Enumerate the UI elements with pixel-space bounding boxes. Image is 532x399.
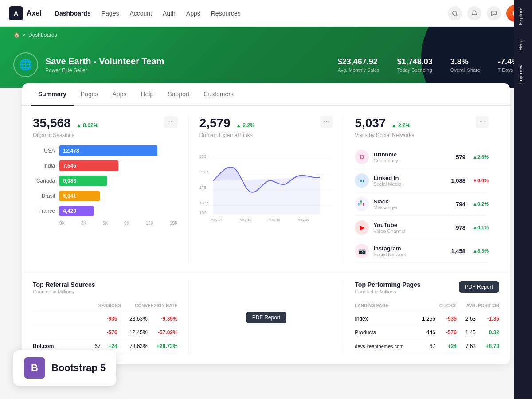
tab-pages[interactable]: Pages xyxy=(74,83,106,106)
main-card: Summary Pages Apps Help Support Customer… xyxy=(22,83,510,364)
domain-links-number: 2,579 xyxy=(200,116,231,130)
explore-side-btn[interactable]: Explore xyxy=(514,0,532,32)
table-row: Products 446 -576 1.45 0.32 xyxy=(355,326,499,340)
hero-stats: $23,467.92 Avg. Monthly Sales $1,748.03 … xyxy=(338,57,519,73)
social-slack: Slack Messanger 794 ▲0.2% xyxy=(355,192,489,216)
nav-auth[interactable]: Auth xyxy=(163,10,176,17)
side-panel-right: Explore Help Buy now xyxy=(514,0,532,373)
social-networks-more[interactable]: ··· xyxy=(476,116,489,128)
notification-btn[interactable] xyxy=(467,6,481,20)
bar-row-canada: Canada 6,083 xyxy=(33,176,178,186)
bootstrap-icon: B xyxy=(24,357,45,373)
nav-apps[interactable]: Apps xyxy=(186,10,200,17)
pdf-report-pages-btn[interactable]: PDF Report xyxy=(459,281,499,293)
brand-name: Axel xyxy=(27,9,42,17)
breadcrumb-current: Dashboards xyxy=(28,32,57,38)
domain-links-more[interactable]: ··· xyxy=(320,116,333,128)
hero-stat-0: $23,467.92 Avg. Monthly Sales xyxy=(338,57,379,73)
tab-summary[interactable]: Summary xyxy=(31,83,74,106)
bar-row-usa: USA 12,478 xyxy=(33,145,178,156)
svg-text:May 04: May 04 xyxy=(211,218,223,222)
table-row: Index 1,256 -935 2.63 -1.35 xyxy=(355,312,499,326)
bar-row-india: India 7,546 xyxy=(33,160,178,171)
search-btn[interactable] xyxy=(448,6,462,20)
hero-info: Save Earth - Volunteer Team Power Elite … xyxy=(45,56,164,74)
bar-row-france: France 4,420 xyxy=(33,206,178,216)
pdf-report-btn[interactable]: PDF Report xyxy=(246,312,286,323)
hero-title: Save Earth - Volunteer Team xyxy=(45,56,164,66)
buynow-side-btn[interactable]: Buy now xyxy=(514,57,532,92)
svg-rect-17 xyxy=(363,203,364,206)
hero-stat-2: 3.8% Overall Share xyxy=(450,57,480,73)
hero-banner: 🏠 > Dashboards 🌐 Save Earth - Volunteer … xyxy=(0,27,532,88)
social-networks-desc: Visits by Social Networks xyxy=(355,132,489,138)
hero-stat-1: $1,748.03 Today Spending xyxy=(397,57,433,73)
pages-section: Top Performing Pages Counted in Millions… xyxy=(344,281,499,353)
social-networks-badge: ▲ 2.2% xyxy=(391,122,411,129)
pdf-section-middle: PDF Report xyxy=(188,281,344,353)
brand[interactable]: A Axel xyxy=(9,6,42,20)
tabs: Summary Pages Apps Help Support Customer… xyxy=(22,83,510,106)
social-dribbble: D Dribbble Community 579 ▲2.6% xyxy=(355,145,489,169)
nav-resources[interactable]: Resources xyxy=(211,10,241,17)
svg-text:May 18: May 18 xyxy=(269,218,281,222)
svg-text:May 26: May 26 xyxy=(297,218,309,222)
social-youtube: ▶ YouTube Video Channel 978 ▲4.1% xyxy=(355,216,489,239)
stats-row: 35,568 ▲ 8.02% ··· Organic Sessions USA … xyxy=(22,106,510,263)
bar-axis: 0K 3K 6K 9K 12K 15K xyxy=(33,221,178,226)
domain-links-desc: Domain External Links xyxy=(200,132,333,138)
breadcrumb-sep: > xyxy=(23,32,26,38)
navbar-right: U xyxy=(448,5,523,22)
bar-row-brasil: Brasil 5,041 xyxy=(33,191,178,201)
svg-text:May 10: May 10 xyxy=(239,218,251,222)
social-list: D Dribbble Community 579 ▲2.6% in Linked… xyxy=(355,145,489,263)
svg-rect-16 xyxy=(360,203,362,205)
domain-links-section: 2,579 ▲ 2.2% ··· Domain External Links xyxy=(188,116,344,263)
brand-icon: A xyxy=(9,6,23,20)
social-instagram: 📷 Instagram Social Network 1,458 ▲8.3% xyxy=(355,239,489,263)
line-chart-svg: 250 212.5 175 137.5 100 May 04 May 10 xyxy=(200,145,333,225)
social-networks-section: 5,037 ▲ 2.2% ··· Visits by Social Networ… xyxy=(344,116,499,263)
organic-sessions-more[interactable]: ··· xyxy=(164,116,177,128)
social-linkedin: in Linked In Social Media 1,088 ▼0.4% xyxy=(355,169,489,192)
tab-help[interactable]: Help xyxy=(133,83,160,106)
nav-pages[interactable]: Pages xyxy=(102,10,119,17)
navbar: A Axel Dashboards Pages Account Auth App… xyxy=(0,0,532,27)
organic-sessions-section: 35,568 ▲ 8.02% ··· Organic Sessions USA … xyxy=(33,116,188,263)
table-row: -935 23.63% -9.35% xyxy=(33,312,178,326)
table-row: devs.keenthemes.com 67 +24 7.63 +8.73 xyxy=(355,340,499,353)
social-networks-number: 5,037 xyxy=(355,116,386,130)
svg-text:175: 175 xyxy=(200,185,206,190)
bootstrap-badge: B Bootstrap 5 xyxy=(13,350,116,373)
organic-sessions-number: 35,568 xyxy=(33,116,71,130)
svg-text:100: 100 xyxy=(200,211,206,215)
help-side-btn[interactable]: Help xyxy=(514,32,532,58)
messages-btn[interactable] xyxy=(487,6,501,20)
referral-section: Top Referral Sources Counted in Millions… xyxy=(33,281,188,353)
nav-dashboards[interactable]: Dashboards xyxy=(55,10,91,17)
tab-apps[interactable]: Apps xyxy=(106,83,134,106)
domain-links-badge: ▲ 2.2% xyxy=(236,122,255,129)
svg-text:212.5: 212.5 xyxy=(200,170,210,174)
svg-rect-15 xyxy=(360,200,362,203)
breadcrumb-home: 🏠 xyxy=(13,32,20,38)
hero-logo: 🌐 xyxy=(13,52,38,77)
svg-text:137.5: 137.5 xyxy=(200,201,210,205)
bootstrap-label: Bootstrap 5 xyxy=(51,362,106,373)
organic-sessions-desc: Organic Sessions xyxy=(33,132,178,138)
line-chart: 250 212.5 175 137.5 100 May 04 May 10 xyxy=(200,138,333,231)
hero-subtitle: Power Elite Seller xyxy=(45,67,164,74)
svg-rect-14 xyxy=(358,203,360,206)
svg-text:250: 250 xyxy=(200,154,206,159)
breadcrumb: 🏠 > Dashboards xyxy=(13,27,519,43)
organic-sessions-badge: ▲ 8.02% xyxy=(76,122,98,129)
nav-account[interactable]: Account xyxy=(129,10,152,17)
navbar-nav: Dashboards Pages Account Auth Apps Resou… xyxy=(55,10,448,17)
hero-content: 🌐 Save Earth - Volunteer Team Power Elit… xyxy=(13,43,519,88)
svg-point-0 xyxy=(453,11,457,15)
table-row: -576 12.45% -57.02% xyxy=(33,326,178,340)
bar-chart: USA 12,478 India 7,546 Canada xyxy=(33,138,178,229)
tab-support[interactable]: Support xyxy=(160,83,196,106)
tab-customers[interactable]: Customers xyxy=(196,83,241,106)
